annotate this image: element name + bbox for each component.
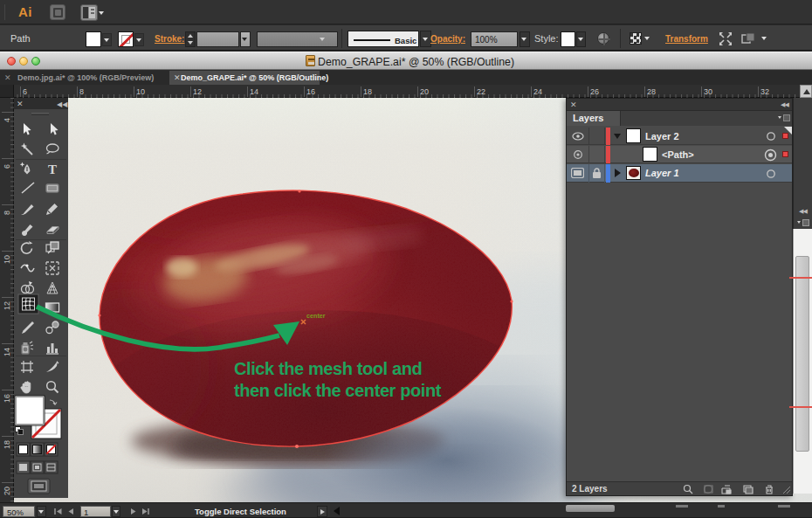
svg-text:8: 8 — [3, 211, 11, 215]
svg-text:20: 20 — [3, 487, 11, 495]
svg-text:✕: ✕ — [17, 100, 24, 108]
svg-text:10: 10 — [3, 255, 11, 264]
svg-text:18: 18 — [3, 440, 11, 449]
svg-text:6: 6 — [3, 164, 11, 169]
svg-text:14: 14 — [3, 348, 11, 356]
svg-text:◀◀: ◀◀ — [57, 100, 68, 108]
svg-text:T: T — [48, 162, 57, 176]
svg-text:12: 12 — [3, 301, 11, 310]
svg-text:4: 4 — [3, 118, 11, 122]
svg-text:16: 16 — [3, 394, 11, 403]
